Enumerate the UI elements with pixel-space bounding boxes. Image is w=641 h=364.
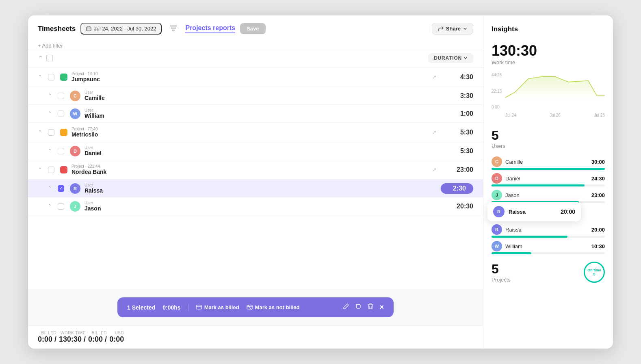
delete-icon[interactable] bbox=[367, 303, 374, 312]
svg-marker-13 bbox=[505, 77, 605, 100]
progress-bar-wrap bbox=[492, 236, 605, 238]
external-link-icon[interactable]: ➚ bbox=[432, 129, 437, 135]
app-window: Timesheets Jul 24, 2022 - Jul 30, 2022 bbox=[28, 15, 613, 349]
mark-not-billed-button[interactable]: Mark as not billed bbox=[247, 304, 300, 310]
project-color-dot bbox=[60, 129, 67, 136]
external-link-icon[interactable]: ➚ bbox=[432, 74, 437, 80]
add-filter-button[interactable]: + Add filter bbox=[38, 39, 473, 49]
bottom-bar-container: 1 Selected 0:00hs Mark as billed bbox=[28, 289, 483, 325]
user-stat-name: Jason bbox=[505, 192, 588, 198]
user-duration: 3:30 bbox=[441, 92, 473, 100]
save-button[interactable]: Save bbox=[240, 23, 265, 34]
user-info: User Jason bbox=[84, 201, 437, 212]
work-time-big-label: Work time bbox=[492, 59, 605, 65]
projects-label: Projects bbox=[492, 277, 511, 283]
user-checkbox[interactable] bbox=[58, 110, 64, 117]
share-icon bbox=[438, 26, 444, 32]
duplicate-icon[interactable] bbox=[355, 303, 362, 312]
user-stat-name: William bbox=[505, 243, 588, 249]
user-info: User William bbox=[84, 108, 437, 119]
user-stat-row: R Raissa 20:00 bbox=[492, 224, 605, 238]
chart-svg bbox=[505, 73, 605, 99]
user-stat-avatar: R bbox=[492, 224, 502, 235]
progress-bar-wrap bbox=[492, 184, 605, 186]
ontime-count: 5 bbox=[593, 272, 595, 276]
project-checkbox[interactable] bbox=[48, 74, 54, 80]
project-meta: Project · 14:10 bbox=[71, 72, 428, 76]
sort-chevron-icon bbox=[463, 56, 468, 60]
mark-billed-button[interactable]: Mark as billed bbox=[196, 304, 239, 310]
avatar: C bbox=[70, 91, 80, 101]
project-checkbox[interactable] bbox=[48, 129, 54, 136]
timesheets-title: Timesheets bbox=[38, 25, 76, 33]
collapse-all-icon[interactable]: ⌃ bbox=[38, 54, 43, 62]
collapse-icon[interactable]: ⌃ bbox=[48, 93, 52, 99]
progress-bar-wrap bbox=[492, 252, 605, 254]
close-button[interactable]: × bbox=[379, 303, 384, 312]
collapse-icon[interactable]: ⌃ bbox=[48, 148, 52, 154]
collapse-icon[interactable]: ⌃ bbox=[38, 74, 42, 80]
user-stat-avatar: J bbox=[492, 190, 502, 200]
project-duration: 4:30 bbox=[441, 74, 473, 81]
calendar-icon bbox=[86, 26, 91, 31]
user-stat-avatar: C bbox=[492, 156, 502, 167]
usd-label: USD bbox=[115, 331, 124, 335]
mark-billed-icon bbox=[196, 304, 202, 310]
share-button[interactable]: Share bbox=[432, 23, 473, 35]
collapse-icon[interactable]: ⌃ bbox=[38, 129, 42, 135]
tooltip-card: R Raissa 20:00 bbox=[487, 202, 581, 221]
collapse-icon[interactable]: ⌃ bbox=[38, 167, 42, 173]
avatar: R bbox=[70, 183, 80, 194]
x-label-2: Jul 26 bbox=[550, 113, 561, 117]
table-header-row: ⌃ DURATION bbox=[28, 49, 483, 67]
project-row: ⌃ Project · 77:40 Metricsilo ➚ 5:30 bbox=[28, 123, 483, 142]
svg-rect-7 bbox=[196, 305, 201, 309]
project-meta: Project · 77:40 bbox=[71, 127, 428, 131]
date-range-button[interactable]: Jul 24, 2022 - Jul 30, 2022 bbox=[80, 23, 162, 35]
project-row: ⌃ Project · 14:10 Jumpsunc ➚ 4:30 bbox=[28, 67, 483, 87]
avatar: D bbox=[70, 146, 80, 156]
project-color-dot bbox=[60, 166, 67, 173]
billed2-value: 0:00 / bbox=[88, 335, 107, 344]
project-checkbox[interactable] bbox=[48, 167, 54, 173]
external-link-icon[interactable]: ➚ bbox=[432, 167, 437, 173]
projects-reports-label[interactable]: Projects reports bbox=[185, 24, 235, 33]
select-all-checkbox[interactable] bbox=[46, 55, 53, 61]
svg-rect-12 bbox=[357, 305, 360, 308]
duration-sort-button[interactable]: DURATION bbox=[428, 53, 473, 63]
user-name: William bbox=[84, 113, 437, 119]
filter-icon-button[interactable] bbox=[167, 23, 180, 35]
project-name: Nordea Bank bbox=[71, 169, 428, 175]
user-stat-inner: J Jason 23:00 bbox=[492, 190, 605, 200]
user-label: User bbox=[84, 108, 437, 113]
user-stat-inner: D Daniel 24:30 bbox=[492, 173, 605, 184]
edit-icon[interactable] bbox=[343, 303, 349, 312]
usd-footer: USD 0:00 bbox=[109, 331, 124, 344]
user-info: User Raissa bbox=[84, 183, 437, 194]
separator bbox=[188, 304, 188, 311]
users-count: 5 bbox=[492, 128, 605, 143]
user-info: User Daniel bbox=[84, 145, 437, 156]
user-checkbox[interactable] bbox=[58, 148, 64, 154]
date-range-label: Jul 24, 2022 - Jul 30, 2022 bbox=[94, 26, 156, 32]
ontime-label: On time bbox=[587, 268, 601, 272]
insights-panel: Insights 130:30 Work time 44:26 22:13 0:… bbox=[483, 15, 613, 349]
user-checkbox-checked[interactable] bbox=[58, 185, 64, 192]
header: Timesheets Jul 24, 2022 - Jul 30, 2022 bbox=[28, 15, 483, 49]
user-stat-name: Camille bbox=[505, 159, 588, 165]
collapse-icon[interactable]: ⌃ bbox=[48, 110, 52, 117]
user-checkbox[interactable] bbox=[58, 93, 64, 99]
user-checkbox[interactable] bbox=[58, 203, 64, 210]
user-stat-time: 30:00 bbox=[591, 159, 605, 165]
work-time-section: 130:30 Work time bbox=[492, 42, 605, 65]
header-top: Timesheets Jul 24, 2022 - Jul 30, 2022 bbox=[38, 23, 473, 39]
billed-label: BILLED bbox=[41, 331, 56, 335]
collapse-icon[interactable]: ⌃ bbox=[48, 203, 52, 209]
user-stat-inner: R Raissa 20:00 bbox=[492, 224, 605, 235]
project-info: Project · 221:44 Nordea Bank bbox=[71, 164, 428, 175]
progress-bar bbox=[492, 252, 531, 254]
user-stat-row: C Camille 30:00 bbox=[492, 156, 605, 170]
users-section: 5 Users bbox=[492, 128, 605, 149]
collapse-icon[interactable]: ⌃ bbox=[48, 185, 52, 191]
tooltip-avatar: R bbox=[493, 206, 505, 217]
